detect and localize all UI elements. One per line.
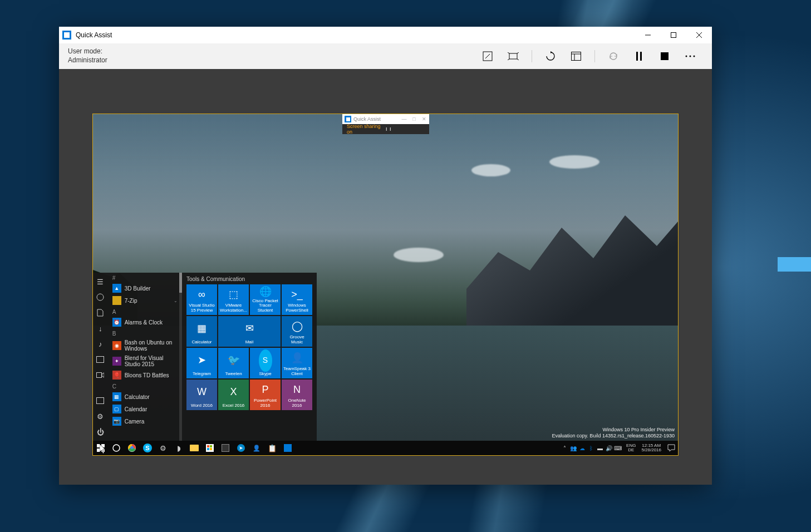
list-header-hash[interactable]: #: [108, 273, 182, 282]
action-center-button[interactable]: [665, 441, 678, 455]
quick-assist-icon: [62, 31, 71, 40]
cortana-button[interactable]: [109, 441, 124, 455]
power-icon[interactable]: ⏻: [96, 427, 105, 436]
more-button[interactable]: [677, 45, 703, 67]
pictures-icon[interactable]: [96, 355, 105, 364]
user-mode-value: Administrator: [68, 56, 107, 65]
taskbar-settings[interactable]: ⚙: [155, 441, 171, 455]
list-header-c[interactable]: C: [108, 381, 182, 391]
app-calendar[interactable]: ▢Calendar: [108, 403, 182, 415]
tray-network-icon[interactable]: ▬: [596, 444, 604, 452]
taskbar-steam[interactable]: ◗: [171, 441, 186, 455]
taskbar-chrome[interactable]: [124, 441, 140, 455]
taskbar-clock[interactable]: 12:15 AM 5/28/2016: [638, 444, 665, 452]
tile-groove[interactable]: ◯Groove Music: [282, 316, 312, 347]
taskbar-telegram[interactable]: ➤: [233, 441, 249, 455]
tray-up-icon[interactable]: ˄: [561, 444, 568, 452]
list-header-b[interactable]: B: [108, 328, 182, 338]
taskbar-calc[interactable]: [218, 441, 233, 455]
tile-vmware[interactable]: ⬚VMware Workstation...: [218, 284, 249, 315]
tile-word[interactable]: WWord 2016: [186, 380, 217, 410]
clock-date: 5/28/2016: [641, 448, 661, 452]
start-tiles: Tools & Communication ∞Visual Studio 15 …: [182, 273, 317, 441]
tray-volume-icon[interactable]: 🔊: [605, 444, 613, 452]
settings-icon[interactable]: ⚙: [96, 412, 105, 421]
tile-skype[interactable]: SSkype: [250, 348, 281, 378]
app-alarms[interactable]: ⏰Alarms & Clock: [108, 316, 182, 328]
user-icon[interactable]: [96, 293, 105, 302]
groove-icon: ◯: [292, 318, 303, 335]
taskbar-file-explorer[interactable]: [186, 441, 202, 455]
task-manager-button[interactable]: [563, 45, 589, 67]
tile-label: VMware Workstation...: [220, 303, 247, 313]
inner-maximize-button[interactable]: □: [409, 116, 419, 122]
tray-people-icon[interactable]: 👥: [569, 444, 577, 452]
app-3d-builder[interactable]: ▲3D Builder: [108, 282, 182, 294]
app-camera[interactable]: 📷Camera: [108, 415, 182, 427]
tile-mail[interactable]: ✉Mail: [218, 316, 281, 347]
remote-screen[interactable]: Quick Assist — □ ✕ Screen sharing on I I…: [92, 114, 679, 456]
app-calculator[interactable]: ▦Calculator: [108, 391, 182, 403]
tile-cisco[interactable]: 🌐Cisco Packet Tracer Student: [250, 284, 281, 315]
file-explorer-rail-icon[interactable]: [96, 396, 105, 405]
tile-onenote[interactable]: NOneNote 2016: [282, 380, 312, 410]
app-bloons[interactable]: 🎈Bloons TD Battles: [108, 369, 182, 381]
downloads-icon[interactable]: ↓: [96, 324, 105, 333]
tile-label: Skype: [259, 372, 271, 377]
documents-icon[interactable]: [96, 308, 105, 317]
taskbar-app2[interactable]: 📋: [264, 441, 280, 455]
tile-powershell[interactable]: >_Windows PowerShell: [282, 284, 312, 315]
list-header-a[interactable]: A: [108, 307, 182, 316]
taskbar-skype[interactable]: S: [140, 441, 155, 455]
titlebar[interactable]: Quick Assist: [59, 27, 712, 43]
mail-icon: ✉: [245, 318, 254, 340]
fit-screen-button[interactable]: [500, 45, 526, 67]
videos-icon[interactable]: [96, 371, 105, 380]
tray-onedrive-icon[interactable]: ☁: [578, 444, 586, 452]
tile-visual-studio[interactable]: ∞Visual Studio 15 Preview: [186, 284, 217, 315]
reconnect-button[interactable]: [601, 45, 626, 67]
remote-quick-assist-toolbar[interactable]: Quick Assist — □ ✕ Screen sharing on I I: [342, 114, 429, 134]
system-tray[interactable]: ˄ 👥 ☁ ᛒ ▬ 🔊 ⌨: [558, 444, 624, 452]
taskbar-app1[interactable]: 👤: [249, 441, 264, 455]
stop-button[interactable]: [652, 45, 677, 67]
tile-label: Windows PowerShell: [283, 303, 311, 313]
app-label: Blend for Visual Studio 2015: [125, 355, 178, 367]
maximize-button[interactable]: [661, 27, 686, 43]
inner-close-button[interactable]: ✕: [419, 116, 429, 122]
start-button[interactable]: [93, 441, 109, 455]
tile-calculator[interactable]: ▦Calculator: [186, 316, 217, 347]
inner-minimize-button[interactable]: —: [399, 116, 409, 122]
tile-telegram[interactable]: ➤Telegram: [186, 348, 217, 378]
tile-excel[interactable]: XExcel 2016: [218, 380, 249, 410]
svg-line-7: [517, 52, 519, 53]
app-blend[interactable]: ✦Blend for Visual Studio 2015: [108, 353, 182, 369]
tile-teamspeak[interactable]: 👤TeamSpeak 3 Client: [282, 348, 312, 378]
tile-tweeten[interactable]: 🐦Tweeten: [218, 348, 249, 378]
minimize-button[interactable]: [635, 27, 661, 43]
tray-ime-icon[interactable]: ⌨: [614, 444, 622, 452]
svg-rect-30: [207, 445, 209, 447]
app-list-scrollbar[interactable]: [179, 273, 182, 441]
pause-button[interactable]: [626, 45, 652, 67]
inner-pause-button[interactable]: I I: [386, 126, 425, 132]
taskbar-quick-assist[interactable]: [280, 441, 296, 455]
tile-group-title[interactable]: Tools & Communication: [186, 276, 312, 282]
taskbar-store[interactable]: [202, 441, 218, 455]
start-all-apps-list[interactable]: # ▲3D Builder 7-Zip⌄ A ⏰Alarms & Clock B…: [108, 273, 182, 441]
close-button[interactable]: [686, 27, 712, 43]
restart-button[interactable]: [538, 45, 563, 67]
svg-rect-33: [210, 448, 212, 450]
language-indicator[interactable]: ENG DE: [624, 444, 638, 452]
hamburger-icon[interactable]: ☰: [96, 277, 105, 286]
music-icon[interactable]: ♪: [96, 339, 105, 348]
app-7zip[interactable]: 7-Zip⌄: [108, 294, 182, 307]
quick-assist-icon: [345, 116, 351, 122]
svg-point-17: [690, 56, 691, 57]
tile-powerpoint[interactable]: PPowerPoint 2016: [250, 380, 281, 410]
svg-rect-13: [636, 52, 638, 61]
app-bash[interactable]: ◉Bash on Ubuntu on Windows: [108, 338, 182, 353]
tray-bluetooth-icon[interactable]: ᛒ: [587, 444, 595, 452]
svg-line-9: [517, 59, 519, 60]
annotate-button[interactable]: [475, 45, 500, 67]
